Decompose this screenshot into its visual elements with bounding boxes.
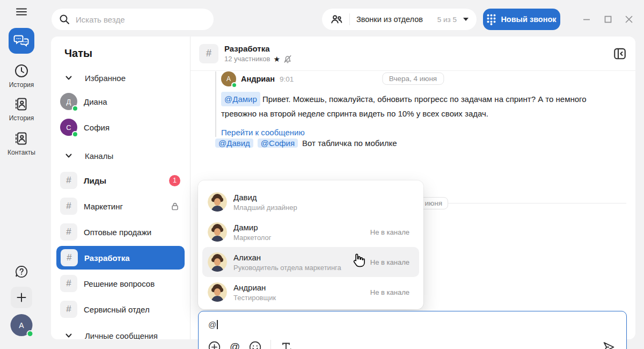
section-direct-messages[interactable]: Личные сообщения [51,329,190,339]
chevron-down-icon [463,18,469,21]
mention-chip[interactable]: @Давид [215,139,253,148]
hash-icon: # [61,249,78,266]
search-input[interactable] [76,15,206,24]
sidebar-item-contacts[interactable]: Контакты [0,131,43,156]
hash-icon: # [199,44,218,63]
user-avatar-initial: A [19,321,24,330]
emoji-button[interactable] [249,341,261,349]
chat-list-panel: Чаты Избранное Д Диана С София Каналы # … [51,37,190,339]
message-input[interactable]: @ @ [198,311,627,349]
section-channels[interactable]: Каналы [51,149,190,162]
calls-count: 5 из 5 [437,16,457,24]
person-role: Тестировщик [233,294,276,302]
new-call-label: Новый звонок [501,15,556,24]
composer-toolbar: @ [208,340,616,349]
avatar: Д [60,93,77,110]
go-to-message-link[interactable]: Перейти к сообщению [221,128,612,137]
channel-row-support[interactable]: # Решение вопросов [51,275,190,292]
message: @Давид @София Вот табличка по мобилке [215,139,397,148]
messages-area: Вчера, 4 июня А Андриан 9:01 @Дамир Прив… [191,71,635,339]
avatar-initial: А [226,75,231,83]
channel-name: Лиды [84,176,106,185]
sidebar-item-history-2[interactable]: История [0,97,43,122]
mention-chip[interactable]: @София [258,139,298,148]
chat-bubbles-icon [13,34,30,48]
maximize-button[interactable] [603,14,613,24]
channel-name: Решение вопросов [84,279,155,288]
help-button[interactable] [14,265,28,279]
mention-option-damir[interactable]: Дамир Маркетолог Не в канале [202,217,419,247]
divider [349,13,350,25]
members-count: 12 участников [224,55,270,63]
section-label: Личные сообщения [85,331,158,340]
send-button[interactable] [602,340,616,349]
calls-dropdown-label: Звонки из отделов [356,15,423,24]
close-button[interactable] [624,14,634,24]
global-search[interactable] [52,9,214,30]
section-label: Каналы [85,151,113,161]
chats-nav-button[interactable] [9,28,34,54]
chat-name: София [84,123,109,132]
sidebar-item-history[interactable]: История [0,63,43,89]
new-call-button[interactable]: Новый звонок [483,9,560,30]
calls-dropdown[interactable]: Звонки из отделов 5 из 5 [322,9,477,30]
text-caret [217,320,218,329]
avatar [208,252,227,272]
channel-row-marketing[interactable]: # Маркетинг [51,198,190,215]
collapse-panel-icon[interactable] [613,47,627,61]
mention-option-alikhan[interactable]: Алихан Руководитель отдела маркетинга Не… [202,247,419,277]
chat-row-diana[interactable]: Д Диана [51,93,190,110]
section-label: Избранное [85,74,126,83]
avatar-initial: Д [67,98,71,106]
left-rail: История История Контакты A [0,0,43,349]
mention-option-david[interactable]: Давид Младший дизайнер [202,187,419,217]
person-role: Маркетолог [233,234,272,242]
person-name: Давид [233,193,297,202]
avatar [208,222,227,242]
favorite-star-icon[interactable]: ★ [273,55,280,63]
mention-chip[interactable]: @Дамир [221,92,260,106]
online-status-dot [231,82,237,88]
unread-badge: 1 [169,175,180,186]
group-call-icon [330,13,343,25]
minimize-button[interactable] [582,14,591,24]
quoted-message: А Андриан 9:01 @Дамир Привет. Можешь, по… [215,71,612,137]
channel-name: Разработка [84,253,130,263]
search-icon [59,14,70,25]
help-icon [14,265,28,279]
chat-name: Диана [84,97,107,106]
channel-row-development-active[interactable]: # Разработка [56,246,185,270]
menu-icon[interactable] [16,8,27,16]
channel-membership-status: Не в канале [370,288,414,296]
user-avatar[interactable]: A [11,314,33,336]
author-name: Андриан [241,75,275,83]
channel-row-leads[interactable]: # Лиды 1 [51,172,190,189]
mention-button[interactable]: @ [230,341,240,349]
muted-bell-icon[interactable] [283,55,292,63]
channel-row-wholesale[interactable]: # Оптовые продажи [51,223,190,241]
person-name: Андриан [233,283,276,292]
avatar-initial: С [66,123,71,132]
section-favorites[interactable]: Избранное [51,71,190,84]
dialpad-icon [487,14,496,25]
chat-header: # Разработка 12 участников ★ [191,37,635,71]
typed-text: @ [208,320,216,329]
chat-panel: # Разработка 12 участников ★ Вчера, 4 ию… [190,37,635,339]
address-book-icon [14,131,29,146]
channel-row-service[interactable]: # Сервисный отдел [51,301,190,318]
chat-row-sofia[interactable]: С София [51,119,190,136]
lock-icon [171,202,179,211]
add-button[interactable] [11,287,32,308]
chat-title: Разработка [224,44,292,53]
mouse-cursor-pointer [350,252,365,268]
mention-option-andrian[interactable]: Андриан Тестировщик Не в канале [202,277,419,307]
text-format-button[interactable] [280,340,293,349]
online-status-dot [72,131,78,137]
address-book-icon [14,97,29,112]
person-name: Дамир [233,223,272,232]
chat-list-title: Чаты [64,47,92,60]
person-name: Алихан [233,253,341,262]
attach-button[interactable] [208,341,221,349]
hash-icon: # [60,275,77,292]
sidebar-item-label: Контакты [8,149,35,156]
